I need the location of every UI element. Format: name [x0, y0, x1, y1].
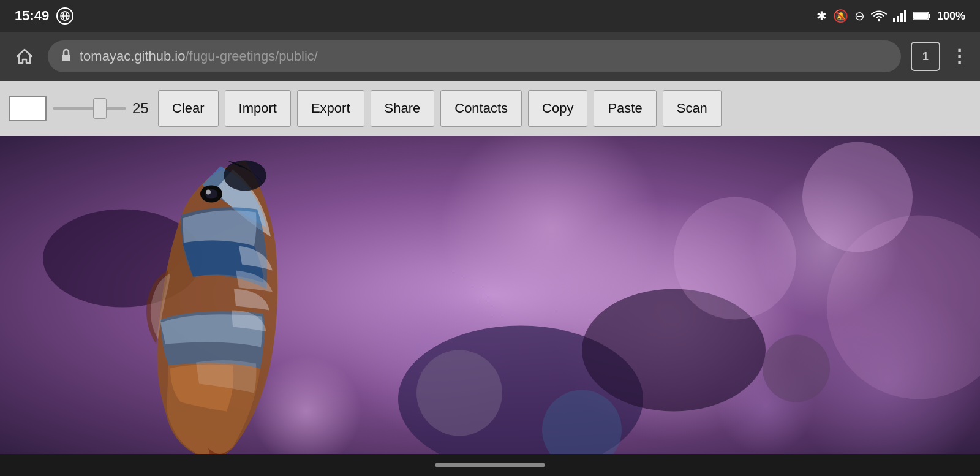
browser-bar: tomayac.github.io/fugu-greetings/public/… [0, 32, 980, 81]
svg-point-27 [763, 335, 830, 402]
url-display: tomayac.github.io/fugu-greetings/public/ [80, 48, 318, 64]
size-slider-track[interactable] [53, 107, 126, 110]
canvas-background [0, 136, 980, 454]
canvas-area[interactable] [0, 136, 980, 454]
home-indicator [435, 463, 545, 467]
svg-rect-8 [913, 13, 928, 19]
toolbar: 25 Clear Import Export Share Contacts Co… [0, 81, 980, 136]
svg-point-22 [224, 161, 266, 191]
status-bar: 15:49 ✱ 🔕 ⊖ 100% [0, 0, 980, 32]
svg-rect-10 [62, 55, 70, 61]
scan-button[interactable]: Scan [663, 90, 722, 127]
mute-icon: 🔕 [833, 9, 848, 23]
svg-rect-9 [929, 14, 930, 18]
tab-count-button[interactable]: 1 [911, 42, 940, 71]
slider-value: 25 [132, 100, 152, 117]
svg-point-25 [206, 190, 211, 195]
url-bar[interactable]: tomayac.github.io/fugu-greetings/public/ [48, 40, 901, 72]
status-right: ✱ 🔕 ⊖ 100% [816, 9, 965, 23]
home-button[interactable] [11, 43, 38, 70]
paste-button[interactable]: Paste [594, 90, 656, 127]
url-path: /fugu-greetings/public/ [185, 48, 317, 64]
dnd-icon: ⊖ [854, 9, 865, 23]
export-button[interactable]: Export [297, 90, 364, 127]
svg-rect-3 [893, 18, 895, 22]
browser-menu-button[interactable]: ⋮ [950, 47, 969, 66]
url-base: tomayac.github.io [80, 48, 185, 64]
lock-icon [60, 48, 72, 65]
battery-percent: 100% [937, 10, 965, 23]
copy-button[interactable]: Copy [528, 90, 587, 127]
svg-point-31 [802, 142, 913, 252]
status-time: 15:49 [15, 8, 49, 24]
import-button[interactable]: Import [225, 90, 291, 127]
svg-rect-6 [904, 10, 907, 22]
bluetooth-icon: ✱ [816, 9, 827, 23]
status-left: 15:49 [15, 7, 74, 25]
size-slider-thumb[interactable] [93, 98, 107, 119]
svg-rect-4 [897, 16, 899, 22]
svg-point-26 [417, 350, 502, 436]
wifi-icon [871, 10, 887, 22]
slider-container [53, 107, 126, 110]
browser-icon [56, 7, 74, 25]
share-button[interactable]: Share [371, 90, 435, 127]
battery-icon [913, 11, 931, 21]
clear-button[interactable]: Clear [158, 90, 219, 127]
fish-illustration [0, 136, 980, 454]
color-swatch[interactable] [9, 96, 47, 121]
contacts-button[interactable]: Contacts [440, 90, 522, 127]
bottom-bar [0, 454, 980, 476]
svg-rect-5 [900, 13, 903, 22]
svg-point-29 [674, 197, 796, 320]
signal-icon [893, 10, 907, 22]
